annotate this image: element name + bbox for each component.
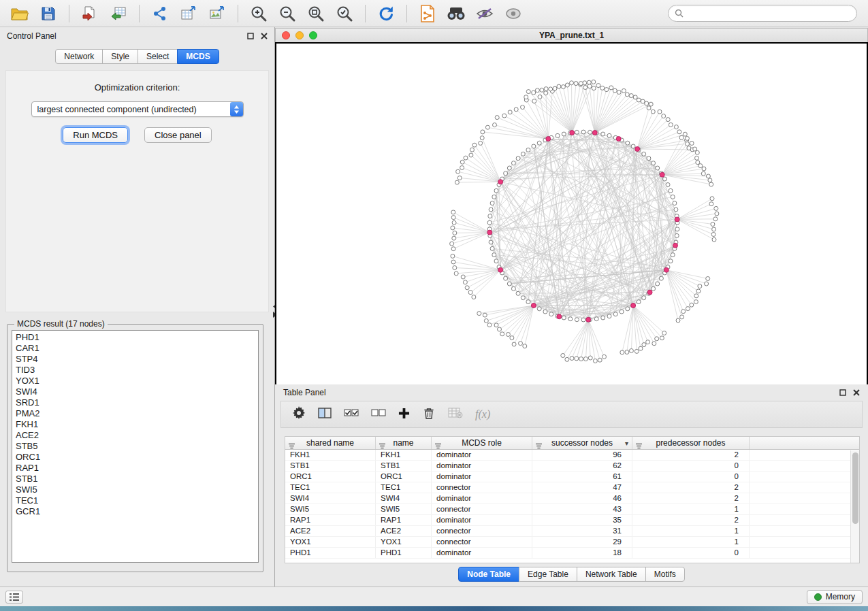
add-column-button[interactable] [398, 408, 410, 422]
delete-column-button[interactable] [422, 406, 436, 423]
table-cell: 1 [632, 504, 750, 514]
tab-network[interactable]: Network [55, 49, 103, 64]
mcds-result-list: PHD1CAR1STP4TID3YOX1SWI4SRD1PMA2FKH1ACE2… [12, 330, 259, 563]
refresh-layout-button[interactable] [373, 3, 399, 24]
minimize-window-button[interactable] [295, 31, 304, 39]
zoom-fit-button[interactable] [303, 3, 329, 24]
close-panel-button[interactable]: Close panel [144, 127, 212, 143]
column-header-name[interactable]: name [376, 437, 432, 449]
show-panels-button[interactable] [5, 591, 23, 604]
show-graphics-button[interactable] [500, 3, 526, 24]
table-settings-button[interactable] [292, 406, 306, 423]
network-window-title: YPA_prune.txt_1 [276, 31, 867, 40]
table-row[interactable]: FKH1FKH1dominator962 [285, 450, 859, 461]
table-tab-motifs[interactable]: Motifs [645, 567, 685, 582]
toolbar-separator [365, 5, 366, 22]
search-icon [675, 9, 684, 18]
table-row[interactable]: PHD1PHD1dominator180 [285, 548, 859, 559]
run-mcds-button[interactable]: Run MCDS [63, 127, 128, 143]
optimization-select[interactable]: largest connected component (undirected) [31, 101, 244, 117]
mcds-result-item[interactable]: STB1 [16, 474, 255, 484]
table-row[interactable]: ORC1ORC1dominator610 [285, 472, 859, 482]
mcds-result-item[interactable]: SWI4 [16, 386, 255, 397]
scrollbar-thumb[interactable] [852, 452, 858, 524]
tab-mcds[interactable]: MCDS [177, 49, 219, 64]
open-session-button[interactable] [7, 3, 33, 24]
tab-select[interactable]: Select [138, 49, 178, 64]
column-header-predecessor-nodes[interactable]: predecessor nodes [632, 437, 750, 449]
refresh-icon [377, 5, 395, 22]
close-window-button[interactable] [282, 31, 290, 39]
table-row[interactable]: YOX1YOX1connector291 [285, 537, 859, 548]
mcds-result-item[interactable]: RAP1 [16, 463, 255, 474]
table-row[interactable]: SWI5SWI5connector431 [285, 504, 859, 515]
table-cell: SWI4 [285, 493, 376, 503]
mcds-result-item[interactable]: PHD1 [16, 332, 255, 343]
table-panel-title: Table Panel [283, 388, 326, 397]
column-header-MCDS-role[interactable]: MCDS role [432, 437, 532, 449]
zoom-in-button[interactable] [246, 3, 272, 24]
table-cell: RAP1 [285, 515, 376, 525]
export-image-button[interactable] [204, 3, 230, 24]
mcds-result-item[interactable]: ACE2 [16, 430, 255, 441]
table-cell: 35 [532, 515, 632, 525]
table-cell: connector [432, 482, 532, 493]
find-button[interactable] [443, 3, 469, 24]
export-network-button[interactable] [147, 3, 173, 24]
close-panel-icon[interactable] [853, 389, 860, 396]
table-row[interactable]: TEC1TEC1connector472 [285, 482, 859, 493]
mcds-result-item[interactable]: GCR1 [16, 506, 255, 517]
mcds-result-item[interactable]: YOX1 [16, 376, 255, 386]
main-toolbar [0, 0, 868, 27]
mcds-result-item[interactable]: STB5 [16, 441, 255, 452]
show-columns-button[interactable] [318, 408, 332, 421]
table-tab-network-table[interactable]: Network Table [577, 567, 646, 582]
network-window-titlebar[interactable]: YPA_prune.txt_1 [275, 28, 868, 42]
search-input[interactable] [688, 9, 850, 18]
memory-button[interactable]: Memory [807, 590, 863, 604]
float-panel-icon[interactable] [247, 33, 254, 39]
network-canvas[interactable] [275, 42, 868, 386]
column-header-successor-nodes[interactable]: successor nodes▾ [532, 437, 632, 449]
control-panel-title: Control Panel [7, 31, 57, 41]
table-clear-icon [448, 408, 463, 418]
table-cell: 2 [632, 482, 750, 493]
float-panel-icon[interactable] [839, 389, 846, 396]
mcds-result-item[interactable]: TEC1 [16, 495, 255, 506]
save-session-button[interactable] [35, 3, 61, 24]
table-row[interactable]: STB1STB1dominator620 [285, 461, 859, 472]
mcds-result-item[interactable]: STP4 [16, 354, 255, 365]
zoom-selected-button[interactable] [332, 3, 357, 24]
table-cell: TEC1 [376, 482, 432, 493]
control-panel-tabs: NetworkStyleSelectMCDS [0, 49, 274, 64]
column-header-shared-name[interactable]: shared name [285, 437, 376, 449]
mcds-result-item[interactable]: FKH1 [16, 419, 255, 430]
maximize-window-button[interactable] [309, 31, 317, 39]
table-tab-node-table[interactable]: Node Table [458, 567, 519, 582]
hide-graphics-button[interactable] [472, 3, 498, 24]
export-table-button[interactable] [176, 3, 202, 24]
import-table-button[interactable] [106, 3, 131, 24]
import-file-button[interactable] [77, 3, 103, 24]
select-all-button[interactable] [344, 408, 359, 420]
table-row[interactable]: RAP1RAP1dominator352 [285, 515, 859, 526]
mcds-result-item[interactable]: SWI5 [16, 484, 255, 495]
mcds-result-item[interactable]: TID3 [16, 365, 255, 376]
zoom-out-button[interactable] [274, 3, 300, 24]
mcds-result-item[interactable]: ORC1 [16, 452, 255, 463]
tab-style[interactable]: Style [102, 49, 138, 64]
node-table: shared namenameMCDS rolesuccessor nodes▾… [285, 436, 860, 563]
table-cell: dominator [432, 493, 532, 503]
table-row[interactable]: ACE2ACE2connector311 [285, 526, 859, 537]
table-scrollbar[interactable] [850, 450, 859, 563]
search-box[interactable] [668, 5, 857, 22]
table-cell: dominator [432, 461, 532, 471]
deselect-all-button[interactable] [371, 408, 386, 420]
mcds-result-item[interactable]: CAR1 [16, 343, 255, 354]
mcds-result-item[interactable]: SRD1 [16, 397, 255, 408]
close-panel-icon[interactable] [261, 33, 268, 39]
share-document-button[interactable] [415, 3, 440, 24]
mcds-result-item[interactable]: PMA2 [16, 408, 255, 419]
table-tab-edge-table[interactable]: Edge Table [519, 567, 577, 582]
table-row[interactable]: SWI4SWI4dominator462 [285, 493, 859, 504]
